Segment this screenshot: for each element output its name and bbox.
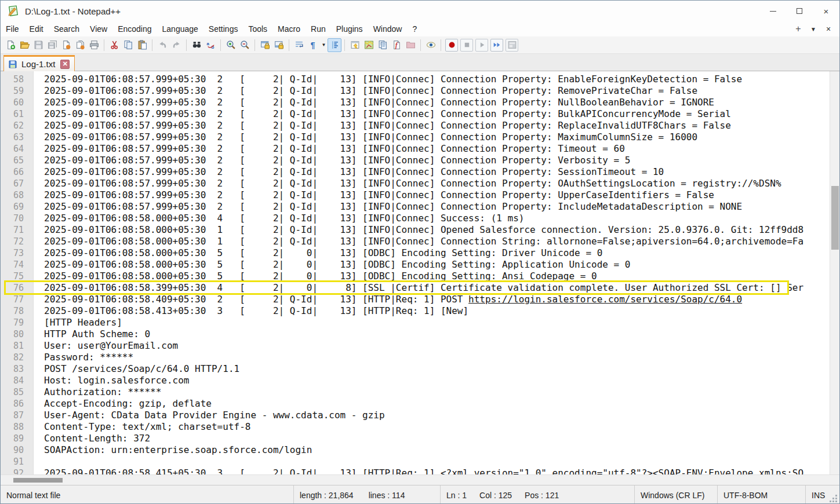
folder-workspace-icon[interactable] xyxy=(403,38,417,52)
line-text[interactable]: 2025-09-01T06:08:58.399+05:30 4 [ 2| 0| … xyxy=(24,282,803,294)
menu-item-plugins[interactable]: Plugins xyxy=(331,23,368,35)
line-text[interactable]: 2025-09-01T06:08:58.000+05:30 4 [ 2| Q-I… xyxy=(24,213,524,224)
line-text[interactable]: Authorization: ****** xyxy=(24,386,161,398)
sync-horizontal-icon[interactable] xyxy=(272,38,286,52)
menu-item-edit[interactable]: Edit xyxy=(24,23,49,35)
line-text[interactable]: 2025-09-01T06:08:57.999+05:30 2 [ 2| Q-I… xyxy=(24,189,714,201)
tab-close-icon[interactable]: ✕ xyxy=(60,60,70,69)
redo-icon[interactable] xyxy=(169,38,183,52)
line-text[interactable]: SOAPAction: urn:enterprise.soap.sforce.c… xyxy=(24,444,312,456)
save-all-icon[interactable] xyxy=(45,38,59,52)
line-text[interactable]: 2025-09-01T06:08:57.999+05:30 2 [ 2| Q-I… xyxy=(24,108,731,120)
editor[interactable]: 582025-09-01T06:08:57.999+05:30 2 [ 2| Q… xyxy=(1,71,839,474)
line-text[interactable]: Host: login.salesforce.com xyxy=(24,375,189,386)
undo-icon[interactable] xyxy=(155,38,169,52)
menu-item-language[interactable]: Language xyxy=(157,23,203,35)
line-text[interactable]: 2025-09-01T06:08:58.000+05:30 5 [ 2| 0| … xyxy=(24,247,602,259)
line-text[interactable] xyxy=(24,456,44,468)
function-list-icon[interactable]: f xyxy=(390,38,403,52)
log-line: 90SOAPAction: urn:enterprise.soap.sforce… xyxy=(1,444,839,456)
line-text[interactable]: 2025-09-01T06:08:57.999+05:30 2 [ 2| Q-I… xyxy=(24,120,731,132)
start-record-icon[interactable] xyxy=(445,39,458,52)
url-link[interactable]: https://login.salesforce.com/services/So… xyxy=(468,294,742,305)
line-text[interactable]: POST /services/Soap/c/64.0 HTTP/1.1 xyxy=(24,363,239,375)
menu-item-search[interactable]: Search xyxy=(49,23,85,35)
close-tab-button[interactable]: × xyxy=(821,23,836,35)
close-window-button[interactable]: × xyxy=(813,1,839,21)
paste-icon[interactable] xyxy=(135,38,149,52)
print-icon[interactable] xyxy=(87,38,101,52)
menu-item-macro[interactable]: Macro xyxy=(272,23,306,35)
menu-item-run[interactable]: Run xyxy=(306,23,331,35)
menu-item-help[interactable]: ? xyxy=(407,23,422,35)
tab-list-button[interactable]: ▼ xyxy=(806,23,821,35)
line-text[interactable]: User: user@YourEmail.com xyxy=(24,340,178,352)
stop-record-icon[interactable] xyxy=(460,39,473,52)
vertical-scrollbar-thumb[interactable] xyxy=(831,186,839,250)
line-text[interactable]: Accept-Encoding: gzip, deflate xyxy=(24,398,212,410)
line-text[interactable]: 2025-09-01T06:08:57.999+05:30 2 [ 2| Q-I… xyxy=(24,74,742,85)
line-text[interactable]: 2025-09-01T06:08:57.999+05:30 2 [ 2| Q-I… xyxy=(24,201,742,213)
save-icon[interactable] xyxy=(31,38,45,52)
maximize-button[interactable] xyxy=(786,1,813,21)
copy-icon[interactable] xyxy=(121,38,135,52)
word-wrap-icon[interactable] xyxy=(292,38,306,52)
vertical-scrollbar[interactable] xyxy=(830,71,839,474)
document-map-icon[interactable] xyxy=(362,38,376,52)
new-tab-button[interactable]: + xyxy=(791,23,806,35)
sync-vertical-icon[interactable] xyxy=(258,38,272,52)
replace-icon[interactable]: ab xyxy=(203,38,217,52)
close-all-icon[interactable] xyxy=(73,38,87,52)
tab-log-1-txt[interactable]: Log-1.txt ✕ xyxy=(3,55,75,71)
cut-icon[interactable] xyxy=(107,38,121,52)
line-number: 80 xyxy=(1,328,24,340)
line-text[interactable]: HTTP Auth Scheme: 0 xyxy=(24,328,150,340)
show-symbols-caret-icon[interactable]: ▼ xyxy=(320,38,328,52)
line-text[interactable]: 2025-09-01T06:08:58.000+05:30 5 [ 2| 0| … xyxy=(24,259,630,271)
zoom-in-icon[interactable] xyxy=(224,38,238,52)
line-text[interactable]: 2025-09-01T06:08:57.999+05:30 2 [ 2| Q-I… xyxy=(24,166,664,178)
line-text[interactable]: User-Agent: CData Data Provider Engine -… xyxy=(24,410,385,421)
line-text[interactable]: 2025-09-01T06:08:58.415+05:30 3 [ 2| Q-I… xyxy=(24,468,803,474)
find-icon[interactable] xyxy=(190,38,203,52)
line-text[interactable]: Content-Type: text/xml; charset=utf-8 xyxy=(24,421,250,433)
menu-item-tools[interactable]: Tools xyxy=(243,23,272,35)
menu-item-file[interactable]: File xyxy=(1,23,24,35)
line-text[interactable]: 2025-09-01T06:08:58.000+05:30 5 [ 2| 0| … xyxy=(24,271,597,282)
line-text[interactable]: Password: ****** xyxy=(24,352,133,363)
line-text[interactable]: 2025-09-01T06:08:58.000+05:30 1 [ 2| Q-I… xyxy=(24,236,803,247)
log-line: 602025-09-01T06:08:57.999+05:30 2 [ 2| Q… xyxy=(1,97,839,108)
line-text[interactable]: 2025-09-01T06:08:57.999+05:30 2 [ 2| Q-I… xyxy=(24,85,697,97)
show-symbols-icon[interactable]: ¶ xyxy=(306,38,320,52)
menu-item-window[interactable]: Window xyxy=(368,23,408,35)
monitoring-icon[interactable] xyxy=(424,38,438,52)
line-text[interactable]: 2025-09-01T06:08:58.409+05:30 2 [ 2| Q-I… xyxy=(24,294,742,305)
status-length-lines: length : 21,864 lines : 114 xyxy=(293,485,440,504)
line-text[interactable]: [HTTP Headers] xyxy=(24,317,122,328)
line-text[interactable]: 2025-09-01T06:08:57.999+05:30 2 [ 2| Q-I… xyxy=(24,155,630,166)
save-macro-icon[interactable] xyxy=(506,39,518,52)
line-text[interactable]: 2025-09-01T06:08:57.999+05:30 2 [ 2| Q-I… xyxy=(24,143,625,155)
doc-switcher-icon[interactable] xyxy=(376,38,390,52)
new-file-icon[interactable] xyxy=(3,38,17,52)
indent-guide-icon[interactable] xyxy=(328,38,341,52)
line-text[interactable]: 2025-09-01T06:08:57.999+05:30 2 [ 2| Q-I… xyxy=(24,178,781,189)
line-text[interactable]: 2025-09-01T06:08:57.999+05:30 2 [ 2| Q-I… xyxy=(24,132,697,143)
menu-item-encoding[interactable]: Encoding xyxy=(112,23,157,35)
zoom-out-icon[interactable] xyxy=(238,38,252,52)
menu-item-view[interactable]: View xyxy=(85,23,112,35)
user-dialog-icon[interactable] xyxy=(348,38,362,52)
minimize-button[interactable] xyxy=(759,1,786,21)
horizontal-scrollbar-thumb[interactable] xyxy=(13,478,63,483)
line-text[interactable]: 2025-09-01T06:08:58.000+05:30 1 [ 2| Q-I… xyxy=(24,224,803,236)
menu-item-settings[interactable]: Settings xyxy=(203,23,243,35)
horizontal-scrollbar[interactable] xyxy=(1,474,839,485)
resize-grip[interactable] xyxy=(830,495,837,502)
line-text[interactable]: Content-Length: 372 xyxy=(24,433,150,444)
line-text[interactable]: 2025-09-01T06:08:58.413+05:30 3 [ 2| Q-I… xyxy=(24,305,468,317)
line-text[interactable]: 2025-09-01T06:08:57.999+05:30 2 [ 2| Q-I… xyxy=(24,97,714,108)
play-macro-icon[interactable] xyxy=(475,39,488,52)
close-file-icon[interactable] xyxy=(59,38,73,52)
open-file-icon[interactable] xyxy=(17,38,31,52)
run-macro-multiple-icon[interactable] xyxy=(490,39,503,52)
